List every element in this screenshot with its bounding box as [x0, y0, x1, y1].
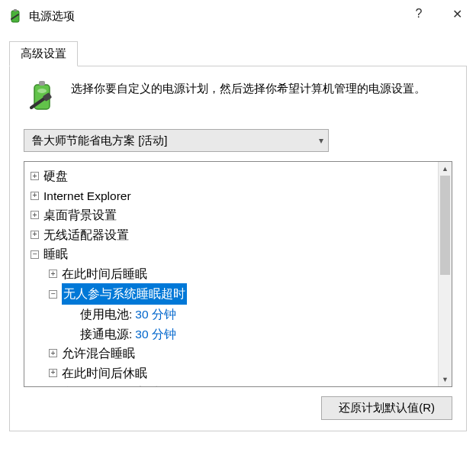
expand-icon[interactable]: +	[31, 172, 39, 180]
tree-node-label: 在此时间后休眠	[62, 363, 147, 383]
scroll-down-button[interactable]: ▼	[439, 373, 452, 386]
battery-app-icon	[8, 8, 23, 24]
expand-icon[interactable]: +	[49, 349, 57, 357]
settings-tree-container: +硬盘+Internet Explorer+桌面背景设置+无线适配器设置−睡眠+…	[24, 161, 452, 387]
svg-rect-1	[14, 9, 17, 11]
description-row: 选择你要自定义的电源计划，然后选择你希望计算机管理的电源设置。	[24, 79, 452, 115]
power-plan-value: 鲁大师节能省电方案 [活动]	[32, 134, 168, 148]
tree-node-label: 无线适配器设置	[43, 225, 129, 245]
tree-item[interactable]: +无线适配器设置	[24, 225, 438, 245]
scrollbar[interactable]: ▲ ▼	[438, 162, 452, 386]
description-text: 选择你要自定义的电源计划，然后选择你希望计算机管理的电源设置。	[71, 79, 426, 115]
tree-node-label: Internet Explorer	[43, 186, 131, 206]
collapse-icon[interactable]: −	[49, 290, 57, 299]
tree-item[interactable]: −睡眠	[24, 244, 438, 264]
tree-item[interactable]: +允许混合睡眠	[24, 344, 438, 363]
settings-tree[interactable]: +硬盘+Internet Explorer+桌面背景设置+无线适配器设置−睡眠+…	[24, 162, 438, 386]
svg-point-4	[37, 89, 47, 93]
tree-item[interactable]: 使用电池:30 分钟	[24, 305, 438, 325]
tree-leaf-value[interactable]: 30 分钟	[135, 325, 176, 344]
expand-icon[interactable]: +	[31, 211, 39, 219]
titlebar: 电源选项 ? ✕	[0, 0, 476, 32]
tree-leaf-label: 接通电源:	[80, 325, 132, 344]
expand-icon[interactable]: +	[49, 270, 57, 278]
tree-item[interactable]: −无人参与系统睡眠超时	[24, 283, 438, 305]
scroll-track[interactable]	[439, 176, 452, 373]
help-button[interactable]: ?	[400, 0, 438, 27]
restore-defaults-button[interactable]: 还原计划默认值(R)	[321, 396, 452, 420]
tree-node-label: 无人参与系统睡眠超时	[62, 283, 187, 305]
tree-item[interactable]: +桌面背景设置	[24, 205, 438, 225]
window-title: 电源选项	[29, 9, 75, 24]
expand-icon[interactable]: +	[49, 369, 57, 377]
chevron-down-icon: ▾	[319, 135, 323, 146]
power-plan-select[interactable]: 鲁大师节能省电方案 [活动] ▾	[24, 129, 329, 152]
expand-icon[interactable]: +	[31, 192, 39, 200]
window-controls: ? ✕	[400, 0, 476, 27]
tree-item[interactable]: +在此时间后休眠	[24, 363, 438, 383]
tab-content: 选择你要自定义的电源计划，然后选择你希望计算机管理的电源设置。 鲁大师节能省电方…	[9, 66, 467, 431]
tree-node-label: 硬盘	[43, 166, 68, 186]
tree-node-label: 在此时间后睡眠	[62, 264, 147, 284]
tree-node-label: 睡眠	[43, 244, 68, 264]
svg-rect-3	[39, 81, 45, 86]
tree-leaf-label: 使用电池:	[80, 305, 132, 325]
tabstrip: 高级设置	[9, 41, 467, 66]
close-button[interactable]: ✕	[438, 0, 476, 27]
tree-leaf-value[interactable]: 30 分钟	[135, 305, 176, 325]
tree-node-label: 允许混合睡眠	[62, 344, 135, 363]
tree-item[interactable]: +硬盘	[24, 166, 438, 186]
scroll-thumb[interactable]	[440, 176, 450, 275]
tree-item[interactable]: 接通电源:30 分钟	[24, 325, 438, 344]
tree-node-label: 桌面背景设置	[43, 205, 117, 225]
button-row: 还原计划默认值(R)	[24, 396, 452, 420]
tree-node-label: 允许使用唤醒定时器	[62, 383, 172, 386]
tree-item[interactable]: +允许使用唤醒定时器	[24, 383, 438, 386]
expand-icon[interactable]: +	[31, 231, 39, 239]
scroll-up-button[interactable]: ▲	[439, 162, 452, 176]
tree-item[interactable]: +在此时间后睡眠	[24, 264, 438, 284]
collapse-icon[interactable]: −	[31, 250, 39, 259]
tree-item[interactable]: +Internet Explorer	[24, 186, 438, 206]
battery-plug-icon	[24, 79, 60, 115]
tab-advanced-settings[interactable]: 高级设置	[9, 41, 78, 66]
